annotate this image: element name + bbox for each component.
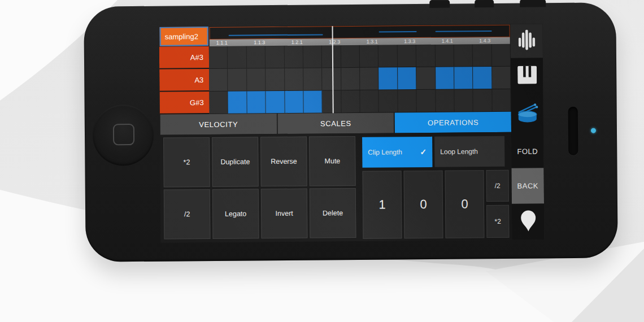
power-button[interactable] [429,0,450,8]
fold-button[interactable]: FOLD [511,134,543,168]
drum-icon [515,102,539,125]
note-cell[interactable] [436,67,455,89]
op-button-duplicate[interactable]: Duplicate [212,137,259,187]
back-button[interactable]: BACK [512,168,544,203]
grid-cell[interactable] [454,89,473,111]
note-cell[interactable] [398,67,417,89]
grid-cell[interactable] [416,45,436,67]
grid-cell[interactable] [209,69,228,91]
volume-up-button[interactable] [475,0,494,7]
timeline-tick: 1.3.1 [367,39,378,45]
grid-cell[interactable] [360,68,379,90]
grid-cell[interactable] [398,90,417,112]
grid-cell[interactable] [341,68,360,90]
sidebar: FOLD BACK [511,24,545,240]
timeline-tick: 1.2.1 [291,40,303,45]
piano-roll-row: A#3 [159,44,511,69]
timeline-tick: 1.3.3 [404,38,415,44]
length-digit[interactable]: 0 [445,170,485,238]
note-row-label[interactable]: A3 [159,69,209,92]
screen: sampling2 1.1.11.1.31.2.11.2.31.3.11.3.3… [159,24,545,242]
grid-cell[interactable] [379,90,398,112]
double-length-button[interactable]: *2 [486,205,509,238]
tab-scales[interactable]: SCALES [277,112,394,134]
grid-cell[interactable] [341,45,360,67]
speaker-grille [568,107,578,155]
grid-cell[interactable] [491,44,511,66]
note-cell[interactable] [266,91,285,113]
grid-cell[interactable] [360,45,379,67]
clip-length-option[interactable]: Clip Length✓ [362,137,432,168]
camera-dot [591,128,596,133]
length-option-label: Loop Length [440,147,478,156]
grid-cell[interactable] [285,68,304,90]
grid-cell[interactable] [341,90,360,112]
grid-cell[interactable] [360,90,379,112]
length-digit[interactable]: 0 [404,171,443,239]
note-cell[interactable] [303,90,323,112]
clip-name-button[interactable]: sampling2 [160,27,208,46]
op-button-2[interactable]: /2 [164,189,211,240]
sidebar-item-locate[interactable] [512,203,545,240]
halve-length-button[interactable]: /2 [486,170,509,202]
waveform-pads-icon [518,29,535,53]
grid-cell[interactable] [454,44,473,66]
grid-cell[interactable] [417,90,436,112]
note-cell[interactable] [378,67,398,89]
check-icon: ✓ [420,147,427,156]
op-button-2[interactable]: *2 [163,137,210,188]
grid-cell[interactable] [303,45,323,67]
grid-cell[interactable] [436,90,455,112]
grid-cell[interactable] [492,67,511,89]
piano-keys-icon [517,66,537,85]
tab-bar: VELOCITYSCALESOPERATIONS [160,112,511,135]
length-digit[interactable]: 1 [363,171,402,239]
grid-cell[interactable] [247,46,266,68]
op-button-mute[interactable]: Mute [309,136,356,186]
grid-cell[interactable] [228,68,247,90]
timeline-tick: 1.4.3 [479,38,490,43]
grid-cell[interactable] [492,89,511,111]
grid-cell[interactable] [209,46,228,68]
grid-cell[interactable] [266,68,285,90]
tab-velocity[interactable]: VELOCITY [160,114,277,135]
sidebar-item-pads[interactable] [511,24,543,58]
grid-cell[interactable] [435,45,454,67]
note-cell[interactable] [473,67,492,89]
home-button[interactable] [93,105,154,166]
grid-cell[interactable] [473,89,493,111]
piano-roll-row: A3 [159,67,511,92]
op-button-invert[interactable]: Invert [261,189,308,239]
note-grid-row [209,67,511,92]
grid-cell[interactable] [303,68,323,90]
grid-cell[interactable] [398,45,417,67]
note-row-label[interactable]: G#3 [159,92,209,115]
grid-cell[interactable] [228,46,247,68]
location-pin-icon [520,210,537,234]
note-cell[interactable] [247,91,266,113]
grid-cell[interactable] [266,46,285,68]
overview-note [379,31,417,33]
grid-cell[interactable] [209,92,228,114]
grid-cell[interactable] [473,44,492,66]
op-button-delete[interactable]: Delete [310,188,356,238]
loop-length-option[interactable]: Loop Length [434,136,504,167]
volume-down-button[interactable] [520,0,546,7]
sidebar-item-drums[interactable] [511,93,543,134]
note-cell[interactable] [285,91,304,113]
grid-cell[interactable] [247,68,266,90]
op-button-reverse[interactable]: Reverse [260,137,307,187]
sidebar-item-keys[interactable] [511,58,543,93]
op-button-legato[interactable]: Legato [212,189,259,239]
note-row-label[interactable]: A#3 [159,46,209,69]
piano-roll-row: G#3 [159,89,511,115]
note-grid-row [209,89,511,114]
note-cell[interactable] [454,67,473,89]
grid-cell[interactable] [284,46,303,68]
grid-cell[interactable] [416,67,436,89]
timeline-tick: 1.1.1 [216,40,228,46]
grid-cell[interactable] [378,45,398,67]
note-cell[interactable] [228,91,247,113]
note-grid-row [209,44,511,69]
tab-operations[interactable]: OPERATIONS [395,112,511,133]
